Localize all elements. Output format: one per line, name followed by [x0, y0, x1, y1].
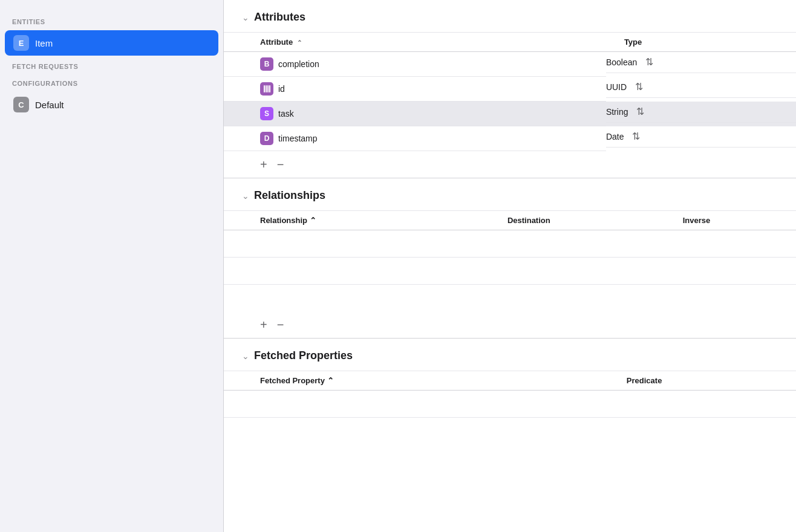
attributes-chevron-icon[interactable]: ⌄	[242, 13, 249, 22]
sidebar-item-icon-item: E	[13, 35, 29, 51]
attributes-section-title: Attributes	[254, 11, 305, 24]
attr-type-cell: Boolean⇅	[606, 52, 796, 73]
attributes-table: Attribute ⌃TypeBcompletionBoolean⇅idUUID…	[224, 33, 796, 151]
sidebar-item-default[interactable]: CDefault	[5, 92, 218, 117]
attr-type-badge-task: S	[260, 107, 273, 120]
attr-remove-button[interactable]: −	[277, 158, 284, 170]
rel-cell	[224, 285, 489, 312]
fetched-column-predicate[interactable]: Predicate	[608, 371, 796, 391]
attr-row-name-cell: Bcompletion	[224, 52, 606, 77]
sidebar: ENTITIESEItemFETCH REQUESTSCONFIGURATION…	[0, 0, 224, 532]
relationships-section-title: Relationships	[254, 189, 325, 202]
attr-name-text: completion	[278, 59, 319, 69]
sidebar-item-label-item: Item	[35, 38, 53, 48]
sidebar-item-icon-default: C	[13, 97, 29, 112]
attr-type-cell: UUID⇅	[606, 77, 796, 98]
attr-type-stepper[interactable]: ⇅	[635, 82, 643, 92]
attr-name-text: id	[278, 84, 285, 94]
rel-add-button[interactable]: +	[260, 319, 267, 331]
rel-cell	[665, 285, 796, 312]
relationships-chevron-icon[interactable]: ⌄	[242, 191, 249, 201]
rel-column-destination[interactable]: Destination	[489, 211, 665, 230]
attr-type-stepper[interactable]: ⇅	[632, 132, 640, 141]
relationships-section-header: ⌄Relationships	[224, 178, 796, 211]
attr-row-task[interactable]: StaskString⇅	[224, 102, 796, 126]
attr-type-text: String	[606, 107, 628, 117]
sidebar-item-item[interactable]: EItem	[5, 30, 218, 56]
attr-table-actions: +−	[224, 151, 796, 178]
attr-type-stepper[interactable]: ⇅	[636, 107, 644, 117]
attr-row-name-cell: Stask	[224, 102, 606, 126]
rel-cell	[489, 230, 665, 258]
sidebar-section-label: CONFIGURATIONS	[0, 74, 223, 91]
attr-row-id[interactable]: idUUID⇅	[224, 77, 796, 102]
sidebar-item-label-default: Default	[35, 100, 64, 110]
attributes-section: ⌄AttributesAttribute ⌃TypeBcompletionBoo…	[224, 0, 796, 178]
attr-row-name-cell: id	[224, 77, 606, 102]
rel-cell	[665, 258, 796, 285]
fetched-column-fetched-property[interactable]: Fetched Property ⌃	[224, 371, 608, 391]
attr-row-completion[interactable]: BcompletionBoolean⇅	[224, 52, 796, 77]
rel-row[interactable]	[224, 258, 796, 285]
attr-type-cell: Date⇅	[606, 126, 796, 148]
main-content: ⌄AttributesAttribute ⌃TypeBcompletionBoo…	[224, 0, 796, 532]
rel-table-actions: +−	[224, 311, 796, 338]
attr-column-type[interactable]: Type	[606, 33, 796, 52]
attr-type-text: UUID	[606, 82, 627, 92]
attr-type-stepper[interactable]: ⇅	[645, 57, 653, 67]
attr-name-text: task	[278, 109, 294, 118]
attr-type-cell: String⇅	[606, 102, 796, 123]
sidebar-section-label: FETCH REQUESTS	[0, 57, 223, 74]
attr-type-badge-timestamp: D	[260, 132, 273, 145]
attributes-section-header: ⌄Attributes	[224, 0, 796, 33]
rel-cell	[489, 285, 665, 312]
relationships-table: Relationship ⌃DestinationInverse	[224, 211, 796, 311]
rel-cell	[665, 230, 796, 258]
rel-column-relationship[interactable]: Relationship ⌃	[224, 211, 489, 230]
fetched-properties-section: ⌄Fetched PropertiesFetched Property ⌃Pre…	[224, 339, 796, 418]
rel-cell	[224, 230, 489, 258]
sort-icon: ⌃	[295, 39, 302, 46]
attr-type-badge-completion: B	[260, 57, 273, 71]
fetched-cell	[608, 391, 796, 418]
rel-cell	[224, 258, 489, 285]
attr-row-timestamp[interactable]: DtimestampDate⇅	[224, 126, 796, 151]
rel-cell	[489, 258, 665, 285]
attr-type-badge-id	[260, 82, 273, 96]
fetched-properties-chevron-icon[interactable]: ⌄	[242, 351, 249, 361]
fetched-sort-icon: ⌃	[325, 376, 334, 385]
attr-add-button[interactable]: +	[260, 158, 267, 170]
rel-row[interactable]	[224, 230, 796, 258]
attr-name-text: timestamp	[278, 134, 318, 143]
attr-column-attribute[interactable]: Attribute ⌃	[224, 33, 606, 52]
fetched-properties-table: Fetched Property ⌃Predicate	[224, 371, 796, 418]
fetched-cell	[224, 391, 608, 418]
sidebar-section-label: ENTITIES	[0, 12, 223, 29]
fetched-row[interactable]	[224, 391, 796, 418]
rel-column-inverse[interactable]: Inverse	[665, 211, 796, 230]
fetched-properties-header: ⌄Fetched Properties	[224, 339, 796, 371]
attr-type-text: Date	[606, 132, 624, 141]
rel-sort-icon: ⌃	[307, 216, 316, 225]
rel-remove-button[interactable]: −	[277, 319, 284, 331]
rel-row[interactable]	[224, 285, 796, 312]
fetched-properties-title: Fetched Properties	[254, 349, 353, 362]
attr-row-name-cell: Dtimestamp	[224, 126, 606, 151]
relationships-section: ⌄RelationshipsRelationship ⌃DestinationI…	[224, 178, 796, 338]
attr-type-text: Boolean	[606, 57, 637, 67]
